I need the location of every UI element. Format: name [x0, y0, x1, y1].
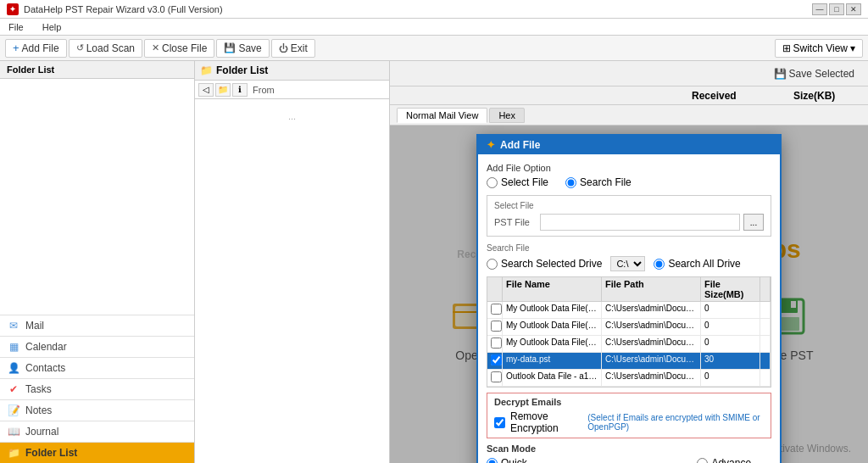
table-row[interactable]: My Outlook Data File(2).pst C:\Users\adm…: [487, 319, 771, 336]
exit-label: Exit: [291, 42, 308, 54]
sidebar-item-calendar[interactable]: ▦ Calendar: [0, 336, 194, 357]
menu-help[interactable]: Help: [37, 20, 67, 34]
exit-button[interactable]: ⏻ Exit: [271, 39, 315, 58]
row-path: C:\Users\admin\Docume....: [602, 319, 701, 335]
row-checkbox[interactable]: [491, 337, 502, 349]
switch-view-chevron: ▾: [850, 42, 855, 54]
switch-view-icon: ⊞: [782, 42, 791, 54]
drive-select[interactable]: C:\: [610, 256, 645, 271]
table-row[interactable]: My Outlook Data File(23).... C:\Users\ad…: [487, 336, 771, 353]
remove-encryption-checkbox[interactable]: [494, 417, 505, 428]
col-file-size: File Size(MB): [701, 277, 760, 301]
table-row-selected[interactable]: my-data.pst C:\Users\admin\Docume.... 30: [487, 353, 771, 370]
folder-panel-header: 📁 Folder List: [195, 61, 389, 81]
load-scan-button[interactable]: ↺ Load Scan: [69, 39, 142, 58]
folder-panel-folder-btn[interactable]: 📁: [215, 83, 231, 97]
row-checkbox[interactable]: [491, 321, 502, 332]
folder-panel-back-btn[interactable]: ◁: [198, 83, 214, 97]
pst-file-input[interactable]: [540, 214, 740, 231]
select-file-radio[interactable]: [487, 177, 498, 188]
add-file-icon: +: [13, 42, 19, 54]
folder-panel-title: Folder List: [216, 64, 268, 76]
folder-list-icon: 📁: [7, 447, 20, 459]
minimize-button[interactable]: —: [812, 3, 827, 15]
left-sidebar: Folder List ✉ Mail ▦ Calendar 👤 Contacts…: [0, 61, 195, 463]
search-selected-drive-radio-label[interactable]: Search Selected Drive: [487, 258, 602, 270]
tab-normal-mail-view[interactable]: Normal Mail View: [397, 108, 487, 123]
title-bar-left: ✦ DataHelp PST Repair Wizard v3.0 (Full …: [7, 3, 223, 15]
modal-overlay: ✦ Add File Add File Option Select File: [390, 126, 868, 463]
folder-panel-info-btn[interactable]: ℹ: [232, 83, 248, 97]
select-file-section: Select File PST File ...: [487, 195, 771, 237]
sidebar-item-journal[interactable]: 📖 Journal: [0, 421, 194, 442]
save-button[interactable]: 💾 Save: [216, 39, 269, 58]
search-file-label: Search File: [487, 243, 771, 253]
toolbar: + Add File ↺ Load Scan ✕ Close File 💾 Sa…: [0, 36, 868, 61]
menu-file[interactable]: File: [3, 20, 29, 34]
remove-encryption-label[interactable]: Remove Encryption: [510, 410, 582, 434]
switch-view-button[interactable]: ⊞ Switch View ▾: [775, 39, 863, 58]
table-row[interactable]: My Outlook Data File(1).pst C:\Users\adm…: [487, 302, 771, 319]
row-size: 0: [701, 302, 760, 318]
quick-radio[interactable]: [487, 458, 498, 464]
file-input-row: PST File ...: [494, 214, 764, 231]
contacts-icon: 👤: [7, 362, 20, 374]
search-selected-drive-radio[interactable]: [487, 259, 498, 270]
sidebar-item-contacts-label: Contacts: [25, 362, 65, 374]
row-name: My Outlook Data File(2).pst: [503, 319, 602, 335]
row-check[interactable]: [487, 353, 503, 369]
sidebar-item-notes-label: Notes: [25, 404, 52, 416]
advance-radio[interactable]: [697, 458, 708, 464]
sidebar-item-tasks[interactable]: ✔ Tasks: [0, 378, 194, 399]
advance-radio-label[interactable]: Advance: [697, 457, 751, 463]
save-selected-label: Save Selected: [789, 68, 854, 80]
tab-hex[interactable]: Hex: [489, 108, 525, 123]
sidebar-item-mail[interactable]: ✉ Mail: [0, 315, 194, 336]
folder-panel-toolbar: ◁ 📁 ℹ From: [195, 81, 389, 99]
pst-browse-button[interactable]: ...: [743, 214, 764, 231]
file-list-scroll[interactable]: My Outlook Data File(1).pst C:\Users\adm…: [487, 302, 771, 387]
folder-list-panel: 📁 Folder List ◁ 📁 ℹ From ...: [195, 61, 390, 463]
row-check[interactable]: [487, 336, 503, 352]
sidebar-item-contacts[interactable]: 👤 Contacts: [0, 357, 194, 378]
row-check[interactable]: [487, 302, 503, 318]
table-row[interactable]: Outlook Data File - a1.pst C:\Users\admi…: [487, 370, 771, 387]
main-layout: Folder List ✉ Mail ▦ Calendar 👤 Contacts…: [0, 61, 868, 463]
row-check[interactable]: [487, 319, 503, 335]
close-button[interactable]: ✕: [846, 3, 861, 15]
select-file-radio-label[interactable]: Select File: [487, 176, 548, 188]
search-all-drive-radio[interactable]: [654, 259, 665, 270]
switch-view-label: Switch View: [793, 42, 848, 54]
search-file-radio-label[interactable]: Search File: [565, 176, 632, 188]
row-checkbox[interactable]: [491, 371, 502, 382]
row-checkbox[interactable]: [491, 304, 502, 315]
row-name: My Outlook Data File(23)....: [503, 336, 602, 352]
row-name: Outlook Data File - a1.pst: [503, 370, 602, 386]
maximize-button[interactable]: □: [829, 3, 844, 15]
modal-title-icon: ✦: [487, 139, 495, 151]
save-selected-button[interactable]: 💾 Save Selected: [767, 66, 861, 81]
search-file-radio[interactable]: [565, 177, 576, 188]
select-file-radio-text: Select File: [501, 176, 548, 188]
add-file-button[interactable]: + Add File: [5, 39, 67, 58]
exit-icon: ⏻: [279, 43, 288, 53]
sidebar-item-tasks-label: Tasks: [25, 383, 52, 395]
scan-mode-label: Scan Mode: [487, 443, 771, 454]
load-scan-label: Load Scan: [86, 42, 135, 54]
quick-radio-label[interactable]: Quick: [487, 457, 671, 463]
search-all-drive-radio-label[interactable]: Search All Drive: [654, 258, 740, 270]
row-check[interactable]: [487, 370, 503, 386]
journal-icon: 📖: [7, 426, 20, 438]
close-file-button[interactable]: ✕ Close File: [144, 39, 214, 58]
sidebar-item-folder-list-label: Folder List: [25, 447, 77, 459]
sidebar-item-folder-list[interactable]: 📁 Folder List: [0, 442, 194, 463]
sidebar-item-notes[interactable]: 📝 Notes: [0, 399, 194, 421]
row-size: 30: [701, 353, 760, 369]
sidebar-nav: ✉ Mail ▦ Calendar 👤 Contacts ✔ Tasks 📝 N…: [0, 315, 194, 463]
tab-strip: Normal Mail View Hex: [390, 105, 868, 126]
menu-bar: File Help: [0, 19, 868, 36]
row-checkbox-checked[interactable]: [491, 354, 502, 365]
row-path: C:\Users\admin\Docume....: [602, 336, 701, 352]
file-list-header: File Name File Path File Size(MB): [487, 277, 771, 302]
right-panel-header: 💾 Save Selected: [390, 61, 868, 86]
